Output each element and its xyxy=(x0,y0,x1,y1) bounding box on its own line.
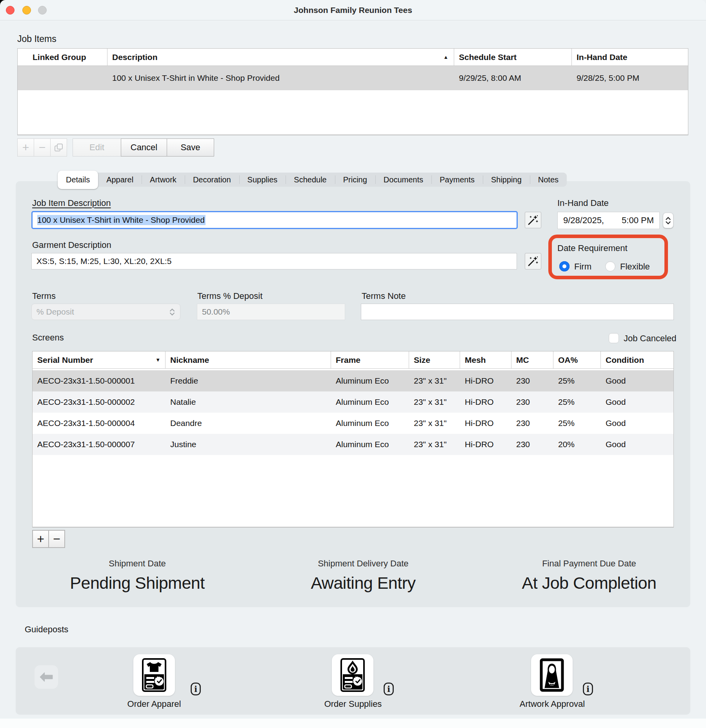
stepper-down-icon xyxy=(666,221,671,224)
job-item-description-input[interactable]: 100 x Unisex T-Shirt in White - Shop Pro… xyxy=(31,211,518,229)
tab-artwork[interactable]: Artwork xyxy=(142,173,185,187)
edit-button[interactable]: Edit xyxy=(73,138,121,157)
terms-deposit-label: Terms % Deposit xyxy=(197,291,262,301)
column-header-description[interactable]: Description ▲ xyxy=(107,49,454,66)
magic-wand-icon xyxy=(527,255,539,267)
window-bottom-strip xyxy=(0,719,706,728)
screen-row[interactable]: AECO-23x31-1.50-000004Deandre Aluminum E… xyxy=(33,413,673,434)
selected-text: 100 x Unisex T-Shirt in White - Shop Pro… xyxy=(37,215,206,225)
job-canceled-checkbox[interactable] xyxy=(609,333,619,343)
job-canceled-label[interactable]: Job Canceled xyxy=(624,333,677,344)
column-header-frame[interactable]: Frame xyxy=(331,351,409,368)
back-button[interactable] xyxy=(35,665,58,689)
plus-icon: + xyxy=(37,532,44,546)
shipment-date-block: Shipment Date Pending Shipment xyxy=(27,559,247,593)
screen-row[interactable]: AECO-23x31-1.50-000001Freddie Aluminum E… xyxy=(33,370,673,391)
info-icon: i xyxy=(191,682,201,695)
column-header-nickname[interactable]: Nickname xyxy=(166,351,331,368)
autofill-garment-button[interactable] xyxy=(525,253,541,269)
final-payment-due-date-block: Final Payment Due Date At Job Completion xyxy=(479,559,699,593)
tab-supplies[interactable]: Supplies xyxy=(239,173,286,187)
minus-icon: − xyxy=(39,141,46,154)
magic-wand-icon xyxy=(527,214,539,226)
column-header-size[interactable]: Size xyxy=(409,351,460,368)
remove-job-item-button[interactable]: − xyxy=(34,138,51,157)
select-chevrons-icon xyxy=(169,308,175,316)
order-supplies-info-button[interactable]: i xyxy=(384,682,394,695)
order-apparel-label: Order Apparel xyxy=(95,699,213,709)
duplicate-icon xyxy=(54,142,64,153)
in-hand-date-input[interactable]: 9/28/2025, 5:00 PM xyxy=(557,212,660,229)
final-payment-due-date-label: Final Payment Due Date xyxy=(479,559,699,569)
tab-decoration[interactable]: Decoration xyxy=(185,173,239,187)
artwork-approval-label: Artwork Approval xyxy=(493,699,611,709)
save-button[interactable]: Save xyxy=(167,138,214,157)
tab-pricing[interactable]: Pricing xyxy=(335,173,375,187)
screens-section-label: Screens xyxy=(32,333,64,343)
artwork-portrait-icon xyxy=(540,658,564,692)
remove-screen-button[interactable]: − xyxy=(48,530,65,548)
garment-description-input[interactable]: XS:5, S:15, M:25, L:30, XL:20, 2XL:5 xyxy=(31,253,517,269)
column-header-condition[interactable]: Condition xyxy=(601,351,673,368)
column-header-oa[interactable]: OA% xyxy=(553,351,601,368)
autofill-description-button[interactable] xyxy=(525,212,541,228)
terms-deposit-input[interactable]: 50.00% xyxy=(197,304,345,320)
app-window: Johnson Family Reunion Tees Job Items Li… xyxy=(0,0,706,728)
terms-label: Terms xyxy=(32,291,56,301)
info-icon: i xyxy=(384,682,394,695)
tab-shipping[interactable]: Shipping xyxy=(483,173,530,187)
column-header-linked-group[interactable]: Linked Group xyxy=(18,49,107,66)
tab-details[interactable]: Details xyxy=(58,171,98,189)
sort-descending-icon: ▼ xyxy=(155,357,160,363)
terms-note-input[interactable] xyxy=(361,304,674,320)
duplicate-job-item-button[interactable] xyxy=(50,138,67,157)
shipment-delivery-date-block: Shipment Delivery Date Awaiting Entry xyxy=(253,559,473,593)
column-header-serial-number[interactable]: Serial Number ▼ xyxy=(33,351,166,368)
stepper-up-icon xyxy=(666,217,671,220)
job-items-table: Linked Group Description ▲ Schedule Star… xyxy=(17,48,688,135)
back-arrow-icon xyxy=(39,670,53,684)
shipment-delivery-date-label: Shipment Delivery Date xyxy=(253,559,473,569)
artwork-approval-button[interactable] xyxy=(531,654,573,696)
sort-ascending-icon: ▲ xyxy=(443,54,448,60)
screen-row[interactable]: AECO-23x31-1.50-000002Natalie Aluminum E… xyxy=(33,391,673,413)
artwork-approval-info-button[interactable]: i xyxy=(583,682,593,695)
cell-in-hand-date: 9/28/25, 5:00 PM xyxy=(572,73,688,83)
terms-select[interactable]: % Deposit xyxy=(31,304,180,320)
shipment-delivery-date-value: Awaiting Entry xyxy=(253,573,473,593)
order-supplies-button[interactable] xyxy=(332,654,373,696)
screens-header-row: Serial Number ▼ Nickname Frame Size Mesh… xyxy=(33,351,673,369)
tab-payments[interactable]: Payments xyxy=(431,173,483,187)
tab-notes[interactable]: Notes xyxy=(530,173,567,187)
shipment-date-label: Shipment Date xyxy=(27,559,247,569)
minimize-button[interactable] xyxy=(22,6,31,15)
tab-schedule[interactable]: Schedule xyxy=(286,173,335,187)
cell-description: 100 x Unisex T-Shirt in White - Shop Pro… xyxy=(107,73,454,83)
order-supplies-label: Order Supplies xyxy=(294,699,412,709)
order-apparel-button[interactable] xyxy=(133,654,175,696)
fullscreen-button[interactable] xyxy=(38,6,47,15)
job-item-row-selected[interactable]: 100 x Unisex T-Shirt in White - Shop Pro… xyxy=(18,66,688,90)
add-screen-button[interactable]: + xyxy=(32,530,49,548)
terms-note-label: Terms Note xyxy=(362,291,406,301)
in-hand-date-label: In-Hand Date xyxy=(557,198,609,208)
cancel-button[interactable]: Cancel xyxy=(121,138,167,157)
svg-text:i: i xyxy=(387,684,390,694)
tab-apparel[interactable]: Apparel xyxy=(98,173,142,187)
titlebar: Johnson Family Reunion Tees xyxy=(0,0,706,20)
column-header-mc[interactable]: MC xyxy=(511,351,553,368)
column-header-schedule-start[interactable]: Schedule Start xyxy=(454,49,572,66)
column-header-in-hand-date[interactable]: In-Hand Date xyxy=(572,49,688,66)
in-hand-time-value: 5:00 PM xyxy=(622,215,654,226)
job-items-header-row: Linked Group Description ▲ Schedule Star… xyxy=(18,49,688,66)
close-button[interactable] xyxy=(6,6,15,15)
order-apparel-info-button[interactable]: i xyxy=(191,682,201,695)
screen-row[interactable]: AECO-23x31-1.50-000007Justine Aluminum E… xyxy=(33,434,673,455)
add-job-item-button[interactable]: + xyxy=(17,138,34,157)
tab-documents[interactable]: Documents xyxy=(375,173,431,187)
window-title: Johnson Family Reunion Tees xyxy=(0,0,706,20)
cell-schedule-start: 9/29/25, 8:00 AM xyxy=(454,73,572,83)
column-header-mesh[interactable]: Mesh xyxy=(460,351,511,368)
job-items-section-label: Job Items xyxy=(17,34,56,44)
date-stepper[interactable] xyxy=(663,213,673,228)
